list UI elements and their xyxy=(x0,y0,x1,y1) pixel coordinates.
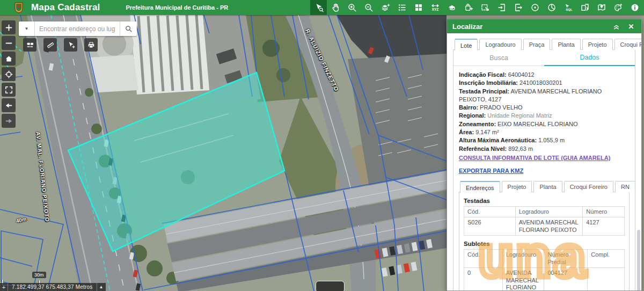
column-header: Compl. xyxy=(588,250,625,268)
panel-tabs: LoteLogradouroPraçaPlantaProjetoCroqui F… xyxy=(453,39,635,50)
panel-title: Localizar xyxy=(452,23,482,31)
app-window: AV. MAL. FLORIANO PEIXOTO R. ALUIZIO FIN… xyxy=(0,0,644,291)
table-cell: S026 xyxy=(464,217,516,236)
exportar-kmz-link[interactable]: EXPORTAR PARA KMZ xyxy=(459,168,630,174)
search-icon[interactable] xyxy=(120,21,137,36)
legend-icon[interactable] xyxy=(393,0,410,15)
inner-tab-croqui-foreiro[interactable]: Croqui Foreiro xyxy=(564,181,613,192)
fullscreen-button[interactable] xyxy=(2,83,16,97)
column-header: Número xyxy=(583,206,625,217)
table-cell: AVENIDA MARECHAL FLORIANO PEIXOTO xyxy=(502,268,544,291)
attribution-widget[interactable] xyxy=(316,281,345,291)
table-cell xyxy=(588,268,625,291)
coordinates-settings-button[interactable]: + xyxy=(0,283,8,291)
sketch-tool-icon[interactable] xyxy=(443,0,460,15)
buffer-icon[interactable] xyxy=(526,0,543,15)
localizar-panel: Localizar ✕ LoteLogradouroPraçaPlantaPro… xyxy=(447,19,642,291)
basemap-toggle-button[interactable] xyxy=(23,38,36,52)
identify-tool-icon[interactable] xyxy=(310,0,327,15)
detail-line: Altura Máxima Aeronáutica: 1.055,9 m xyxy=(459,136,630,144)
detail-line: Testada Principal: AVENIDA MARECHAL FLOR… xyxy=(459,88,630,104)
tab-projeto[interactable]: Projeto xyxy=(582,39,613,50)
lot-details: Indicação Fiscal: 64004012Inscrição Imob… xyxy=(453,66,635,153)
select-extent-icon[interactable] xyxy=(477,0,493,15)
xyz-coordinates-icon[interactable]: XYZ xyxy=(427,0,443,15)
home-button[interactable] xyxy=(2,52,16,66)
inner-tabs: EndereçosProjetoPlantaCroqui ForeiroRN xyxy=(459,181,630,192)
print-button[interactable] xyxy=(84,38,98,52)
svg-text:SQL: SQL xyxy=(566,8,573,11)
inner-tab-enderecos[interactable]: Endereços xyxy=(460,181,500,193)
detail-line: Indicação Fiscal: 64004012 xyxy=(459,71,630,79)
basemap-gallery-icon[interactable] xyxy=(410,0,427,15)
tab-lote[interactable]: Lote xyxy=(455,39,478,50)
back-button[interactable] xyxy=(2,98,16,112)
locate-address-icon[interactable] xyxy=(593,0,610,15)
panel-header[interactable]: Localizar ✕ xyxy=(447,19,641,33)
coordinates-readout: 7.182.499,37 675.483,37 Metros xyxy=(8,283,97,291)
pan-tool-icon[interactable] xyxy=(327,0,343,15)
inner-tab-projeto[interactable]: Projeto xyxy=(502,181,532,192)
panel-links: CONSULTA INFORMATIVA DE LOTE (GUIA AMARE… xyxy=(453,155,635,174)
close-panel-icon[interactable]: ✕ xyxy=(626,22,636,31)
svg-text:XYZ: XYZ xyxy=(431,8,438,11)
add-data-icon[interactable] xyxy=(460,0,477,15)
table-cell: 0 xyxy=(464,268,503,291)
guia-amarela-link[interactable]: CONSULTA INFORMATIVA DE LOTE (GUIA AMARE… xyxy=(459,155,630,161)
detail-line: Bairro: PRADO VELHO xyxy=(459,104,630,112)
locate-button[interactable] xyxy=(2,67,16,81)
panel-scrollbar[interactable] xyxy=(637,230,640,291)
zoom-in-button[interactable] xyxy=(2,20,16,34)
app-subtitle: Prefeitura Municipal de Curitiba - PR xyxy=(126,4,228,11)
search-bar: ▼ xyxy=(19,21,137,36)
inner-tab-rn[interactable]: RN xyxy=(615,181,635,192)
app-header: Mapa Cadastral Prefeitura Municipal de C… xyxy=(0,0,644,15)
table-row[interactable]: S026AVENIDA MARECHAL FLORIANO PEIXOTO412… xyxy=(464,217,625,236)
dimension-label-30m: 30m xyxy=(32,272,46,278)
subtab-busca[interactable]: Busca xyxy=(453,50,544,66)
column-header: Cód. xyxy=(464,250,503,268)
zoom-in-tool-icon[interactable] xyxy=(343,0,360,15)
map-tools xyxy=(23,38,98,52)
detail-line: Inscrição Imobiliária: 2410018030201 xyxy=(459,79,630,87)
app-title: Mapa Cadastral xyxy=(31,2,100,13)
search-source-dropdown[interactable]: ▼ xyxy=(19,21,35,36)
testadas-heading: Testadas xyxy=(464,198,625,204)
column-header: Logradouro xyxy=(515,206,583,217)
identify-add-button[interactable] xyxy=(64,38,77,52)
panel-subtabs: BuscaDados xyxy=(453,50,635,66)
subtab-dados[interactable]: Dados xyxy=(544,50,635,66)
charts-icon[interactable] xyxy=(543,0,560,15)
search-input[interactable] xyxy=(35,21,120,36)
coordinates-bar: + 7.182.499,37 675.483,37 Metros ▲ xyxy=(0,283,106,291)
sublotes-table: Cód.LogradouroNúmero PredialCompl.0AVENI… xyxy=(464,249,625,291)
sql-query-icon[interactable]: SQL xyxy=(560,0,576,15)
tab-praca[interactable]: Praça xyxy=(523,39,551,50)
testadas-table: Cód.LogradouroNúmeroS026AVENIDA MARECHAL… xyxy=(464,206,625,236)
table-row[interactable]: 0AVENIDA MARECHAL FLORIANO PEIXOTO004127 xyxy=(464,268,625,291)
detail-line: Referência Nível: 892,63 m xyxy=(459,145,630,153)
tab-croqui-foreiro[interactable]: Croqui Foreiro xyxy=(614,39,642,50)
sublotes-heading: Sublotes xyxy=(464,241,625,247)
info-icon[interactable] xyxy=(626,0,643,15)
column-header: Cód. xyxy=(464,206,516,217)
swipe-layers-icon[interactable] xyxy=(576,0,593,15)
coordinates-collapse-button[interactable]: ▲ xyxy=(97,283,106,291)
add-layers-icon[interactable] xyxy=(377,0,393,15)
zoom-out-button[interactable] xyxy=(2,36,16,50)
map-zoom-controls xyxy=(2,20,16,129)
header-toolbar: XYZSQL xyxy=(310,0,643,15)
tab-logradouro[interactable]: Logradouro xyxy=(479,39,521,50)
detail-line: Regional: Unidade Regional Matriz xyxy=(459,112,630,120)
column-header: Número Predial xyxy=(544,250,588,268)
theme-settings-icon[interactable] xyxy=(610,0,626,15)
export-icon[interactable] xyxy=(510,0,526,15)
zoom-out-tool-icon[interactable] xyxy=(360,0,377,15)
import-icon[interactable] xyxy=(493,0,510,15)
forward-button xyxy=(2,114,16,128)
collapse-panel-icon[interactable] xyxy=(611,22,621,31)
inner-tab-planta[interactable]: Planta xyxy=(533,181,562,192)
measure-button[interactable] xyxy=(43,38,57,52)
detail-line: Zoneamento: EIXO MARECHAL FLORIANO xyxy=(459,120,630,128)
tab-planta[interactable]: Planta xyxy=(552,39,580,50)
